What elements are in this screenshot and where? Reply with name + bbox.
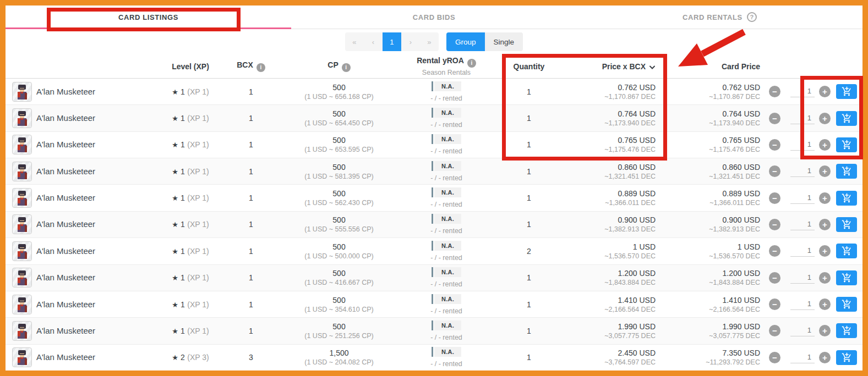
card-thumbnail[interactable]	[12, 108, 32, 128]
decrease-quantity-button[interactable]: −	[769, 272, 780, 284]
cp-value: 500	[273, 296, 405, 305]
quantity-input[interactable]	[790, 139, 815, 151]
pagination-prev-button[interactable]: ‹	[364, 32, 383, 51]
decrease-quantity-button[interactable]: −	[769, 86, 780, 97]
card-thumbnail[interactable]	[12, 214, 32, 234]
col-price-x-bcx[interactable]: Price x BCX	[570, 62, 656, 71]
tab-card-rentals[interactable]: CARD RENTALS ?	[577, 5, 862, 29]
decrease-quantity-button[interactable]: −	[769, 325, 780, 336]
cp-rate: (1 USD ~ 653.595 CP)	[273, 146, 405, 153]
decrease-quantity-button[interactable]: −	[769, 192, 780, 204]
card-thumbnail[interactable]	[12, 188, 32, 208]
pagination-page-1-button[interactable]: 1	[383, 32, 401, 51]
decrease-quantity-button[interactable]: −	[769, 139, 780, 151]
quantity-input[interactable]	[790, 192, 815, 204]
level-value: 1	[181, 220, 185, 229]
price-cell: 0.764 USD ~1,173.940 DEC	[570, 109, 656, 127]
controls-cell: − +	[760, 137, 862, 152]
quantity-input[interactable]	[790, 245, 815, 257]
card-price-dec: ~1,321.451 DEC	[656, 173, 760, 180]
increase-quantity-button[interactable]: +	[819, 352, 831, 363]
card-thumbnail[interactable]	[12, 162, 32, 181]
add-to-cart-button[interactable]	[836, 350, 857, 365]
increase-quantity-button[interactable]: +	[819, 86, 831, 97]
add-to-cart-button[interactable]	[836, 137, 857, 152]
increase-quantity-button[interactable]: +	[819, 298, 831, 310]
add-to-cart-button[interactable]	[836, 217, 857, 232]
increase-quantity-button[interactable]: +	[819, 272, 831, 284]
increase-quantity-button[interactable]: +	[819, 139, 831, 151]
card-character-art	[14, 136, 30, 154]
card-thumbnail[interactable]	[12, 295, 32, 314]
price-usd: 1.990 USD	[570, 322, 656, 331]
cp-info-icon[interactable]: i	[342, 63, 351, 72]
card-price-dec: ~1,382.913 DEC	[656, 225, 760, 233]
level-cell: ★1 (XP 1)	[152, 300, 229, 309]
controls-cell: − +	[760, 217, 862, 232]
rental-sub: - / - rented	[405, 334, 488, 341]
single-toggle-button[interactable]: Single	[485, 32, 523, 51]
quantity-input[interactable]	[790, 86, 815, 97]
chevron-down-icon[interactable]	[649, 65, 656, 70]
add-to-cart-button[interactable]	[836, 111, 857, 126]
quantity-input[interactable]	[790, 298, 815, 310]
controls-cell: − +	[760, 270, 862, 285]
rental-info-icon[interactable]: i	[467, 59, 476, 68]
xp-value: (XP 1)	[187, 220, 209, 229]
decrease-quantity-button[interactable]: −	[769, 113, 780, 124]
increase-quantity-button[interactable]: +	[819, 192, 831, 204]
tab-card-bids[interactable]: CARD BIDS	[291, 5, 577, 29]
group-toggle-button[interactable]: Group	[446, 32, 485, 51]
bcx-info-icon[interactable]: i	[256, 63, 265, 72]
cp-cell: 1,500 (1 USD ~ 204.082 CP)	[273, 349, 405, 366]
increase-quantity-button[interactable]: +	[819, 219, 831, 230]
cp-rate: (1 USD ~ 251.256 CP)	[273, 332, 405, 340]
increase-quantity-button[interactable]: +	[819, 325, 831, 336]
cp-cell: 500 (1 USD ~ 500.000 CP)	[273, 242, 405, 260]
quantity-input[interactable]	[790, 272, 815, 284]
decrease-quantity-button[interactable]: −	[769, 165, 780, 177]
add-cart-icon	[842, 352, 852, 363]
xp-value: (XP 3)	[187, 353, 209, 362]
increase-quantity-button[interactable]: +	[819, 245, 831, 257]
quantity-input[interactable]	[790, 352, 815, 363]
card-thumbnail[interactable]	[12, 347, 32, 367]
pagination: « ‹ 1 › »	[345, 32, 439, 51]
pagination-first-button[interactable]: «	[345, 32, 364, 51]
col-quantity: Quantity	[488, 62, 570, 71]
quantity-input[interactable]	[790, 165, 815, 177]
decrease-quantity-button[interactable]: −	[769, 245, 780, 257]
card-thumbnail[interactable]	[12, 82, 32, 102]
price-cell: 0.860 USD ~1,321.451 DEC	[570, 163, 656, 180]
add-to-cart-button[interactable]	[836, 323, 857, 338]
add-to-cart-button[interactable]	[836, 84, 857, 99]
price-usd: 0.860 USD	[570, 163, 656, 172]
tab-card-listings[interactable]: CARD LISTINGS	[6, 5, 291, 29]
card-thumbnail[interactable]	[12, 135, 32, 154]
increase-quantity-button[interactable]: +	[819, 113, 831, 124]
price-cell: 0.762 USD ~1,170.867 DEC	[570, 83, 656, 101]
increase-quantity-button[interactable]: +	[819, 165, 831, 177]
quantity-input[interactable]	[790, 113, 815, 124]
quantity-value: 1	[488, 193, 570, 202]
add-to-cart-button[interactable]	[836, 164, 857, 179]
add-to-cart-button[interactable]	[836, 191, 857, 206]
decrease-quantity-button[interactable]: −	[769, 298, 780, 310]
pagination-last-button[interactable]: »	[420, 32, 439, 51]
card-thumbnail[interactable]	[12, 321, 32, 341]
card-thumbnail[interactable]	[12, 241, 32, 261]
card-thumbnail[interactable]	[12, 268, 32, 287]
quantity-input[interactable]	[790, 219, 815, 230]
pagination-next-button[interactable]: ›	[401, 32, 420, 51]
add-to-cart-button[interactable]	[836, 270, 857, 285]
col-level-xp: Level (XP)	[152, 62, 229, 71]
quantity-value: 1	[488, 140, 570, 149]
add-to-cart-button[interactable]	[836, 297, 857, 312]
add-to-cart-button[interactable]	[836, 244, 857, 258]
decrease-quantity-button[interactable]: −	[769, 352, 780, 363]
col-bcx: BCXi	[229, 60, 273, 72]
quantity-input[interactable]	[790, 325, 815, 336]
help-icon[interactable]: ?	[747, 12, 757, 22]
add-cart-icon	[842, 246, 852, 256]
decrease-quantity-button[interactable]: −	[769, 219, 780, 230]
